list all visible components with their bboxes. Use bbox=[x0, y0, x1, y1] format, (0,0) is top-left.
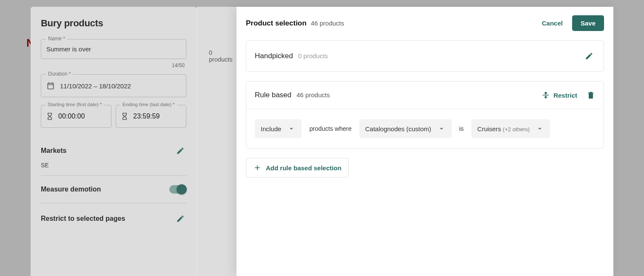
value-dropdown[interactable]: Cruisers (+2 others) bbox=[471, 119, 550, 138]
left-panel-scrim bbox=[31, 7, 197, 276]
rule-row: Include products where Catalognodes (cus… bbox=[246, 109, 604, 148]
include-value: Include bbox=[261, 125, 281, 132]
chevron-down-icon bbox=[536, 124, 544, 133]
save-button[interactable]: Save bbox=[572, 15, 604, 31]
value-extra: (+2 others) bbox=[503, 126, 530, 132]
handpicked-card: Handpicked 0 products bbox=[246, 40, 604, 72]
chevron-down-icon bbox=[437, 124, 446, 133]
product-selection-count: 46 products bbox=[311, 20, 344, 27]
cancel-button[interactable]: Cancel bbox=[542, 20, 563, 27]
delete-rule-button[interactable] bbox=[587, 91, 595, 99]
handpicked-title: Handpicked bbox=[255, 52, 293, 60]
products-where-text: products where bbox=[309, 125, 351, 132]
restrict-button[interactable]: Restrict bbox=[541, 91, 577, 99]
add-rule-based-selection-button[interactable]: Add rule based selection bbox=[246, 158, 349, 177]
rule-based-title: Rule based bbox=[255, 91, 291, 99]
include-dropdown[interactable]: Include bbox=[255, 119, 302, 138]
restrict-icon bbox=[541, 91, 550, 99]
handpicked-count: 0 products bbox=[298, 52, 328, 59]
add-rule-label: Add rule based selection bbox=[266, 164, 342, 172]
chevron-down-icon bbox=[287, 124, 296, 133]
edit-handpicked-button[interactable] bbox=[583, 50, 595, 62]
product-selection-panel: Product selection 46 products Cancel Sav… bbox=[237, 7, 613, 276]
value-main: Cruisers bbox=[477, 125, 501, 132]
attribute-value: Catalognodes (custom) bbox=[365, 125, 431, 132]
product-selection-title: Product selection bbox=[246, 19, 307, 28]
bury-products-panel: Bury products Name * Summer is over 14/5… bbox=[31, 7, 197, 276]
middle-scrim bbox=[197, 7, 237, 276]
is-text: is bbox=[459, 125, 464, 132]
panel-header: Product selection 46 products Cancel Sav… bbox=[237, 7, 613, 40]
rule-based-card: Rule based 46 products Restrict bbox=[246, 81, 604, 149]
attribute-dropdown[interactable]: Catalognodes (custom) bbox=[359, 119, 452, 138]
restrict-label: Restrict bbox=[553, 92, 577, 99]
middle-strip: 0 products bbox=[197, 7, 237, 276]
plus-icon bbox=[253, 163, 262, 172]
rule-based-count: 46 products bbox=[296, 91, 330, 99]
